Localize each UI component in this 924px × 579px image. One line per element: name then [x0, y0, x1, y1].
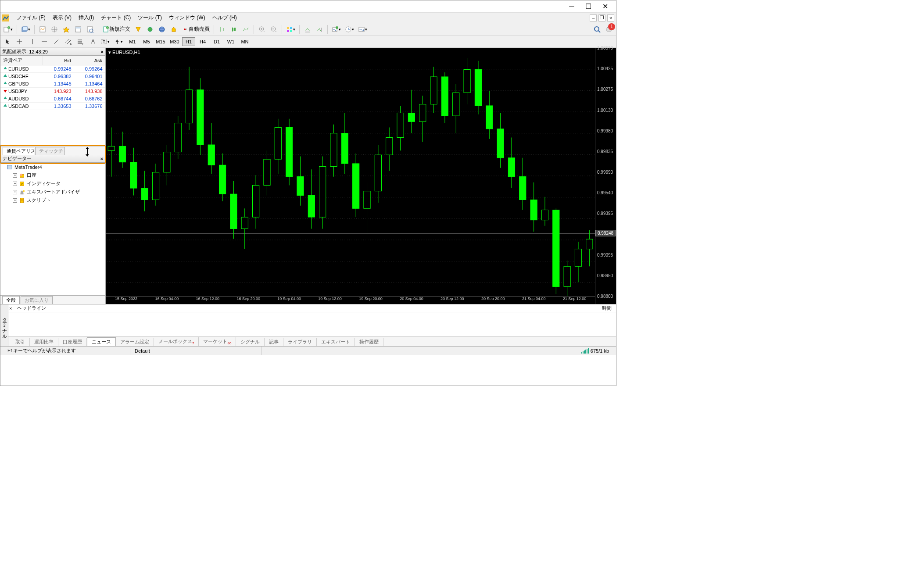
timeframe-m1[interactable]: M1	[126, 37, 139, 46]
profiles-button[interactable]: ▾	[20, 24, 32, 35]
vertical-line-button[interactable]	[27, 37, 38, 46]
terminal-tab-11[interactable]: 操作履歴	[355, 338, 383, 346]
mql-button[interactable]	[157, 24, 167, 35]
arrows-button[interactable]: ▾	[113, 37, 123, 46]
status-connection[interactable]: 675/1 kb	[577, 347, 613, 355]
text-button[interactable]: A	[88, 37, 98, 46]
menu-insert[interactable]: 挿入(I)	[75, 13, 97, 23]
menu-help[interactable]: ヘルプ (H)	[209, 13, 240, 23]
timeframe-h1[interactable]: H1	[182, 37, 195, 46]
timeframe-w1[interactable]: W1	[224, 37, 237, 46]
terminal-tab-6[interactable]: マーケット86	[199, 337, 236, 346]
close-button[interactable]: ✕	[597, 1, 613, 12]
nav-item[interactable]: +スクリプト	[13, 196, 105, 204]
nav-item[interactable]: +エキスパートアドバイザ	[13, 188, 105, 196]
timeframe-h4[interactable]: H4	[196, 37, 209, 46]
search-button[interactable]	[592, 24, 602, 35]
horizontal-line-button[interactable]	[39, 37, 50, 46]
text-label-button[interactable]: T▾	[100, 37, 110, 46]
status-profile[interactable]: Default	[130, 347, 262, 355]
timeframe-mn[interactable]: MN	[238, 37, 251, 46]
tile-windows-button[interactable]: ▾	[285, 24, 297, 35]
navigator-close-icon[interactable]: ×	[100, 156, 103, 161]
table-row[interactable]: USDCHF0.963820.96401	[0, 73, 105, 80]
terminal-tab-10[interactable]: エキスパート	[317, 338, 355, 346]
auto-trade-button[interactable]: 自動売買	[180, 24, 211, 35]
nav-item[interactable]: +fインディケータ	[13, 179, 105, 188]
terminal-tab-0[interactable]: 取引	[11, 338, 30, 346]
terminal-tab-5[interactable]: メールボックス7	[154, 337, 199, 346]
mdi-restore-icon[interactable]: ❐	[598, 14, 605, 21]
terminal-toggle[interactable]	[73, 24, 83, 35]
chart-shift-button[interactable]	[314, 24, 325, 35]
chart-window[interactable]: ▾ EURUSD,H1 15 Sep 202216 Sep 04:0016 Se…	[106, 48, 616, 304]
templates-button[interactable]: ▾	[357, 24, 369, 35]
zoom-out-button[interactable]	[269, 24, 279, 35]
market-watch-toggle[interactable]	[37, 24, 48, 35]
terminal-tab-8[interactable]: 記事	[265, 338, 283, 346]
nav-item[interactable]: +口座	[13, 171, 105, 179]
zoom-in-button[interactable]	[257, 24, 267, 35]
fibonacci-button[interactable]: F	[75, 37, 85, 46]
col-bid[interactable]: Bid	[43, 56, 74, 65]
expand-icon[interactable]: +	[13, 182, 17, 186]
autoscroll-button[interactable]	[302, 24, 313, 35]
navigator-toggle[interactable]	[61, 24, 72, 35]
table-row[interactable]: EURUSD0.992480.99264	[0, 65, 105, 73]
market-watch-close-icon[interactable]: ×	[101, 49, 104, 54]
tab-tick-chart[interactable]: ティックチャート	[35, 147, 65, 155]
line-chart-button[interactable]	[240, 24, 251, 35]
tab-general[interactable]: 全般	[2, 296, 20, 304]
terminal-tab-2[interactable]: 口座履歴	[58, 338, 87, 346]
terminal-close-icon[interactable]: ×	[9, 306, 12, 311]
table-row[interactable]: GBPUSD1.134451.13464	[0, 80, 105, 88]
terminal-vertical-tab[interactable]: ターミナル	[0, 304, 8, 346]
bar-chart-button[interactable]	[217, 24, 227, 35]
table-row[interactable]: USDCAD1.336531.33676	[0, 103, 105, 110]
chart-canvas[interactable]: ▾ EURUSD,H1 15 Sep 202216 Sep 04:0016 Se…	[106, 48, 595, 304]
alerts-button[interactable]: 1	[604, 24, 614, 35]
options-button[interactable]	[145, 24, 155, 35]
terminal-tab-3[interactable]: ニュース	[87, 337, 116, 346]
menu-view[interactable]: 表示 (V)	[49, 13, 75, 23]
cursor-button[interactable]	[2, 37, 13, 46]
terminal-tab-9[interactable]: ライブラリ	[283, 338, 317, 346]
minimize-button[interactable]: ─	[563, 1, 580, 12]
maximize-button[interactable]: ☐	[580, 1, 597, 12]
metaeditor-button[interactable]	[133, 24, 143, 35]
new-chart-button[interactable]: +▾	[2, 24, 14, 35]
expand-icon[interactable]: +	[13, 190, 17, 194]
timeframe-m30[interactable]: M30	[168, 37, 181, 46]
terminal-tab-4[interactable]: アラーム設定	[116, 338, 154, 346]
timeframe-m5[interactable]: M5	[140, 37, 153, 46]
new-order-button[interactable]: +新規注文	[101, 24, 132, 35]
terminal-tab-1[interactable]: 運用比率	[30, 338, 58, 346]
tab-symbols[interactable]: 通貨ペアリスト	[3, 147, 34, 155]
candlestick-button[interactable]	[229, 24, 239, 35]
trendline-button[interactable]	[51, 37, 61, 46]
strategy-tester-toggle[interactable]	[85, 24, 95, 35]
menu-chart[interactable]: チャート (C)	[97, 13, 134, 23]
menu-window[interactable]: ウィンドウ (W)	[165, 13, 209, 23]
expand-icon[interactable]: +	[13, 198, 17, 203]
menu-tool[interactable]: ツール (T)	[134, 13, 165, 23]
col-symbol[interactable]: 通貨ペア	[0, 56, 43, 65]
nav-root[interactable]: MetaTrader4	[7, 163, 105, 171]
crosshair-button[interactable]	[14, 37, 25, 46]
periodicity-button[interactable]: ▾	[344, 24, 355, 35]
mdi-close-icon[interactable]: ×	[607, 14, 614, 21]
terminal-tab-7[interactable]: シグナル	[236, 338, 265, 346]
equidistant-channel-button[interactable]: E	[63, 37, 73, 46]
mdi-minimize-icon[interactable]: ‒	[590, 14, 597, 21]
menu-file[interactable]: ファイル (F)	[13, 13, 49, 23]
tab-favorites[interactable]: お気に入り	[21, 296, 53, 304]
time-column[interactable]: 時間	[602, 305, 612, 311]
col-ask[interactable]: Ask	[74, 56, 105, 65]
expand-icon[interactable]: +	[13, 173, 17, 178]
table-row[interactable]: USDJPY143.923143.938	[0, 88, 105, 95]
timeframe-m15[interactable]: M15	[154, 37, 167, 46]
data-window-toggle[interactable]	[49, 24, 60, 35]
signals-button[interactable]	[168, 24, 179, 35]
table-row[interactable]: AUDUSD0.667440.66762	[0, 95, 105, 103]
timeframe-d1[interactable]: D1	[210, 37, 223, 46]
